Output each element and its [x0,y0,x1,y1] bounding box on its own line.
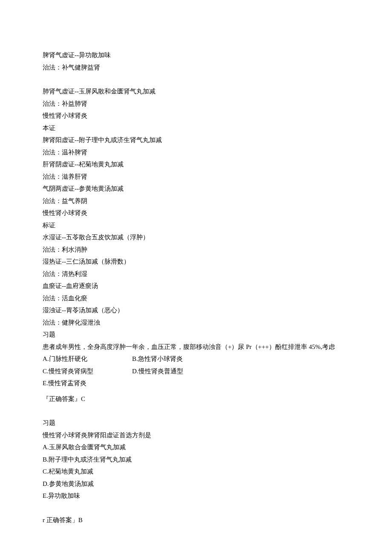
option-d: D.参黄地黄汤加减 [43,478,349,490]
text-line: 脾肾气虚证--异功散加味 [43,49,349,61]
question-stem: 患者成年男性，全身高度浮肿一年余，血压正常，腹部移动浊音（+）尿 Pr（+++）… [43,341,349,353]
option-row: A.门脉性肝硬化 B.急性肾小球肾炎 [43,353,349,365]
text-line: 湿浊证--胃苓汤加减（恶心） [43,304,349,317]
option-e: E.异功散加味 [43,490,349,502]
text-line: 治法：益气养阴 [43,195,349,207]
blank-line [43,502,349,514]
text-line: 治法：补益肺肾 [43,98,349,110]
text-line: 治法：健脾化湿泄浊 [43,317,349,329]
blank-line [43,405,349,417]
text-line: 肝肾阴虚证--杞菊地黄丸加减 [43,158,349,171]
answer-line: r 正确答案」B [43,514,349,526]
option-c: C.慢性肾炎肾病型 [43,365,132,378]
text-line: 治法：温补脾肾 [43,146,349,159]
option-row: C.慢性肾炎肾病型 D.慢性肾炎普通型 [43,365,349,378]
text-line: 慢性肾小球肾炎 [43,207,349,219]
text-line: 慢性肾小球肾炎 [43,110,349,122]
blank-line [43,73,349,85]
question-stem: 慢性肾小球肾炎脾肾阳虚证首选方剂是 [43,429,349,442]
question-title: 习题 [43,328,349,341]
option-a: A.门脉性肝硬化 [43,353,132,365]
option-b: B.急性肾小球肾炎 [132,353,183,365]
text-line: 气阴两虚证--参黄地黄汤加减 [43,183,349,195]
option-a: A.玉屏风散合金匮肾气丸加减 [43,441,349,453]
option-b: B.附子理中丸或济生肾气丸加减 [43,453,349,466]
text-line: 肺肾气虚证--玉屏风散和金匮肾气丸加减 [43,85,349,98]
text-line: 湿热证--三仁汤加减（脉滑数） [43,256,349,268]
text-line: 标证 [43,219,349,232]
text-line: 治法：活血化瘀 [43,292,349,305]
text-line: 治法：滋养肝肾 [43,171,349,183]
answer-line: 『正确答案』C [43,393,349,405]
text-line: 本证 [43,122,349,134]
text-line: 水湿证--五苓散合五皮饮加减（浮肿） [43,231,349,244]
text-line: 治法：补气健脾益肾 [43,61,349,74]
option-d: D.慢性肾炎普通型 [132,365,183,378]
option-c: C.杞菊地黄丸加减 [43,465,349,478]
question-title: 习题 [43,417,349,429]
text-line: 脾肾阳虚证--附子理中丸或济生肾气丸加减 [43,134,349,146]
text-line: 治法：清热利湿 [43,268,349,280]
text-line: 血瘀证--血府逐瘀汤 [43,280,349,292]
text-line: 治法：利水消肿 [43,244,349,256]
option-e: E.慢性肾盂肾炎 [43,377,349,389]
document-page: 脾肾气虚证--异功散加味 治法：补气健脾益肾 肺肾气虚证--玉屏风散和金匮肾气丸… [0,0,392,552]
